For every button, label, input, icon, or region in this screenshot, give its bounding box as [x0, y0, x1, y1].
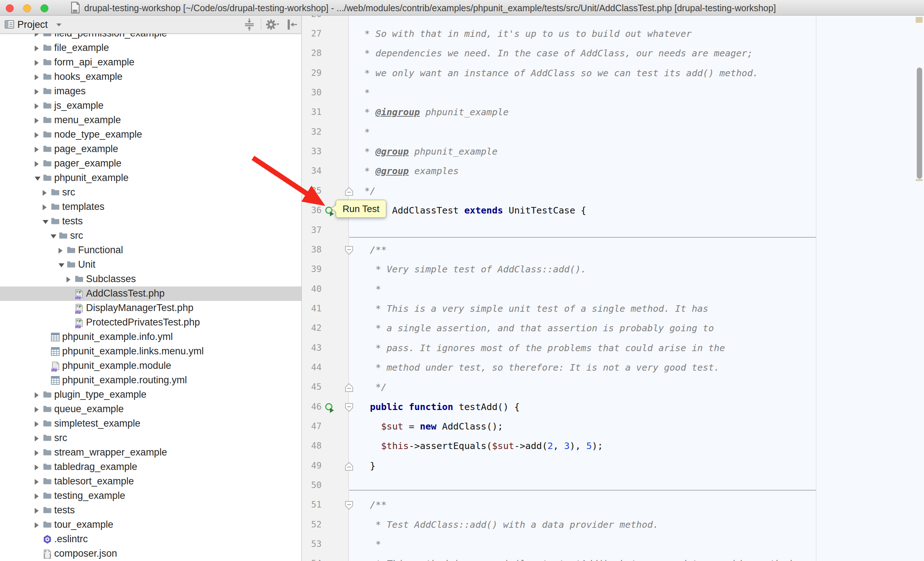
tree-folder-page-example[interactable]: page_example — [0, 142, 302, 156]
code-line-53[interactable]: * — [359, 539, 381, 549]
tree-folder-field-permission-example[interactable]: field_permission_example — [0, 34, 302, 41]
expand-arrow-icon[interactable] — [35, 103, 39, 109]
tree-folder-form-api-example[interactable]: form_api_example — [0, 55, 302, 70]
code-line-33[interactable]: * @group phpunit_example — [359, 146, 498, 157]
tree-folder-templates[interactable]: templates — [0, 200, 302, 214]
expand-arrow-icon[interactable] — [35, 89, 39, 95]
fold-start-icon[interactable] — [345, 403, 353, 412]
tree-file-phpunit-example-routing-yml[interactable]: phpunit_example.routing.yml — [0, 373, 302, 387]
fold-end-icon[interactable] — [345, 187, 353, 196]
fold-end-icon[interactable] — [345, 462, 353, 471]
code-line-43[interactable]: * pass. It ignores most of the problems … — [359, 343, 725, 353]
tree-folder-tablesort-example[interactable]: tablesort_example — [0, 474, 302, 489]
tree-file--eslintrc[interactable]: .eslintrc — [0, 532, 302, 546]
code-line-29[interactable]: * we only want an instance of AddClass s… — [359, 67, 758, 78]
tree-file-phpunit-example-links-menu-yml[interactable]: phpunit_example.links.menu.yml — [0, 344, 302, 359]
tree-folder-images[interactable]: images — [0, 84, 302, 99]
code-line-54[interactable]: * This method is very similar to testAdd… — [359, 558, 791, 561]
tree-folder-pager-example[interactable]: pager_example — [0, 156, 302, 171]
code-line-30[interactable]: * — [359, 87, 370, 98]
code-line-31[interactable]: * @ingroup phpunit_example — [359, 106, 509, 117]
tree-file-phpunit-example-info-yml[interactable]: phpunit_example.info.yml — [0, 330, 302, 344]
expand-arrow-icon[interactable] — [35, 494, 39, 499]
run-test-tooltip[interactable]: Run Test — [336, 200, 386, 218]
expand-arrow-icon[interactable] — [35, 421, 39, 427]
tree-folder-functional[interactable]: Functional — [0, 243, 302, 257]
expand-arrow-icon[interactable] — [35, 450, 39, 456]
tree-folder-src[interactable]: src — [0, 186, 302, 200]
collapse-arrow-icon[interactable] — [51, 235, 56, 238]
tree-folder-testing-example[interactable]: testing_example — [0, 489, 302, 503]
fold-end-icon[interactable] — [345, 383, 353, 392]
tree-folder-subclasses[interactable]: Subclasses — [0, 272, 302, 286]
code-line-40[interactable]: * — [359, 284, 381, 295]
tree-file-phpunit-example-module[interactable]: phpphpunit_example.module — [0, 359, 302, 373]
tree-folder-phpunit-example[interactable]: phpunit_example — [0, 171, 302, 186]
expand-arrow-icon[interactable] — [35, 479, 39, 485]
code-line-52[interactable]: * Test AddClass::add() with a data provi… — [359, 519, 658, 530]
expand-arrow-icon[interactable] — [35, 436, 39, 441]
expand-arrow-icon[interactable] — [35, 508, 39, 514]
tree-folder-src[interactable]: src — [0, 229, 302, 243]
code-line-42[interactable]: * a single assertion, and that assertion… — [359, 323, 714, 334]
collapse-arrow-icon[interactable] — [58, 263, 64, 267]
code-line-49[interactable]: } — [359, 460, 375, 471]
close-window-icon[interactable] — [6, 4, 14, 12]
panel-splitter[interactable] — [302, 15, 302, 561]
tree-file-displaymanagertest-php[interactable]: phpDisplayManagerTest.php — [0, 301, 302, 316]
expand-arrow-icon[interactable] — [35, 45, 39, 51]
zoom-window-icon[interactable] — [40, 4, 48, 12]
hide-panel-icon[interactable] — [286, 18, 298, 31]
code-line-51[interactable]: /** — [359, 499, 387, 510]
expand-arrow-icon[interactable] — [35, 465, 39, 470]
tree-folder-stream-wrapper-example[interactable]: stream_wrapper_example — [0, 446, 302, 460]
code-line-38[interactable]: /** — [359, 244, 387, 255]
fold-start-icon[interactable] — [345, 245, 353, 255]
code-line-45[interactable]: */ — [359, 381, 387, 392]
collapse-all-icon[interactable] — [243, 18, 256, 31]
code-line-39[interactable]: * Very simple test of AddClass::add(). — [359, 264, 586, 275]
tree-folder-tabledrag-example[interactable]: tabledrag_example — [0, 460, 302, 474]
fold-start-icon[interactable] — [345, 501, 353, 510]
tree-folder-unit[interactable]: Unit — [0, 257, 302, 272]
run-test-gutter-icon[interactable] — [324, 402, 336, 414]
code-line-27[interactable]: * So with that in mind, it's up to us to… — [359, 28, 692, 39]
expand-arrow-icon[interactable] — [66, 277, 70, 283]
code-line-41[interactable]: * This is a very simple unit test of a s… — [359, 303, 708, 314]
tree-folder-hooks-example[interactable]: hooks_example — [0, 70, 302, 84]
tree-folder-queue-example[interactable]: queue_example — [0, 402, 302, 416]
expand-arrow-icon[interactable] — [35, 392, 39, 398]
collapse-arrow-icon[interactable] — [35, 177, 40, 181]
warning-stripe-mark[interactable] — [916, 17, 922, 23]
tree-folder-simpletest-example[interactable]: simpletest_example — [0, 416, 302, 431]
expand-arrow-icon[interactable] — [35, 118, 39, 124]
tree-folder-src[interactable]: src — [0, 431, 302, 446]
code-line-35[interactable]: */ — [359, 186, 375, 196]
tree-folder-tests[interactable]: tests — [0, 503, 302, 518]
tree-folder-file-example[interactable]: file_example — [0, 41, 302, 55]
expand-arrow-icon[interactable] — [35, 522, 39, 528]
tree-folder-tour-example[interactable]: tour_example — [0, 518, 302, 532]
expand-arrow-icon[interactable] — [43, 190, 46, 196]
expand-arrow-icon[interactable] — [35, 75, 39, 80]
code-line-36[interactable]: class AddClassTest extends UnitTestCase … — [359, 205, 586, 215]
tree-folder-tests[interactable]: tests — [0, 214, 302, 229]
expand-arrow-icon[interactable] — [43, 205, 46, 210]
collapse-arrow-icon[interactable] — [43, 220, 48, 224]
code-line-44[interactable]: * method under test, so therefore: It is… — [359, 362, 720, 373]
expand-arrow-icon[interactable] — [35, 147, 39, 153]
expand-arrow-icon[interactable] — [35, 34, 39, 37]
expand-arrow-icon[interactable] — [35, 60, 39, 66]
editor-scrollbar[interactable] — [917, 67, 922, 179]
tree-folder-node-type-example[interactable]: node_type_example — [0, 127, 302, 142]
tree-folder-js-example[interactable]: js_example — [0, 99, 302, 113]
expand-arrow-icon[interactable] — [35, 407, 39, 413]
expand-arrow-icon[interactable] — [35, 161, 39, 167]
code-line-48[interactable]: $this->assertEquals($sut->add(2, 3), 5); — [359, 440, 603, 451]
tree-folder-plugin-type-example[interactable]: plugin_type_example — [0, 387, 302, 402]
gear-icon[interactable] — [265, 18, 280, 31]
chevron-down-icon[interactable] — [56, 24, 62, 26]
expand-arrow-icon[interactable] — [58, 248, 63, 254]
tree-file-composer-json[interactable]: { }composer.json — [0, 546, 302, 561]
minimize-window-icon[interactable] — [23, 4, 31, 12]
